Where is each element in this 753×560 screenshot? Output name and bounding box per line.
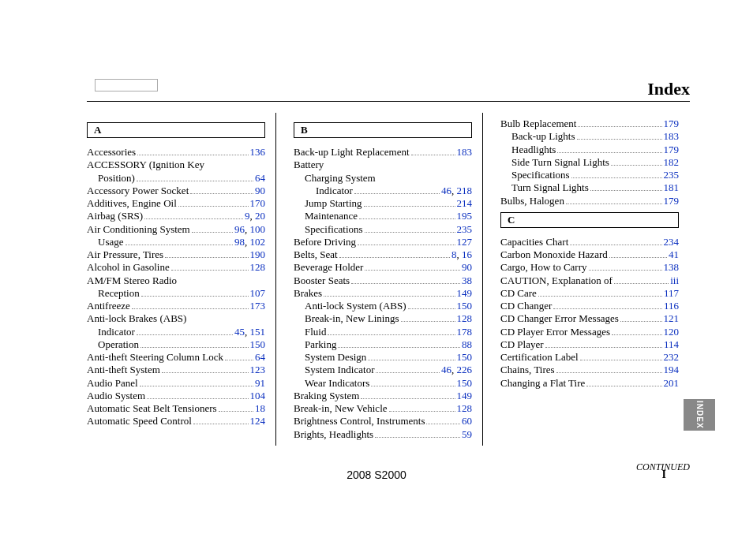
leader-dots [609,257,667,258]
page-link[interactable]: 214 [457,197,473,209]
page-link[interactable]: 150 [457,300,473,312]
leader-dots [545,347,662,348]
page-link[interactable]: 128 [457,402,473,414]
page-link[interactable]: 9 [245,210,250,222]
page-link[interactable]: 120 [664,326,680,338]
page-link[interactable]: 183 [457,146,473,158]
section-header-label: C [504,214,518,226]
index-entry: Brights, Headlights59 [294,428,472,441]
page-link[interactable]: 117 [664,287,679,299]
page-link[interactable]: 151 [250,326,266,338]
page-link[interactable]: 173 [250,300,266,312]
page-link[interactable]: 114 [664,338,679,350]
page-link[interactable]: 149 [457,390,473,401]
index-entry: CD Player114 [500,338,679,351]
page-link[interactable]: 59 [462,428,472,440]
entry-pages: 46, 218 [441,185,472,197]
page-link[interactable]: 218 [457,185,473,196]
page-link[interactable]: 90 [462,261,472,273]
entry-label: AM/FM Stereo Radio [87,274,177,287]
page-link[interactable]: 179 [664,195,680,207]
page-link[interactable]: 201 [664,377,680,389]
page-link[interactable]: 98 [234,236,245,248]
index-entry: Carbon Monoxide Hazard41 [500,248,679,261]
page-link[interactable]: 128 [457,312,473,324]
page-link[interactable]: 90 [255,185,265,196]
page-link[interactable]: 16 [462,248,472,260]
page-link[interactable]: 179 [664,144,680,155]
page-link[interactable]: 182 [664,156,680,168]
page-link[interactable]: 183 [664,130,680,142]
index-entry: Charging System [294,172,472,185]
entry-pages: 136 [250,146,266,159]
index-entry: Specifications235 [500,169,679,181]
page-link[interactable]: 60 [462,415,472,427]
page-link[interactable]: 64 [255,172,265,184]
page-link[interactable]: 8 [451,248,457,260]
index-entry: Air Conditioning System96, 100 [87,223,265,236]
page-link[interactable]: 102 [250,236,266,248]
entry-label: Jump Starting [305,197,362,210]
entry-label: CD Care [500,287,537,300]
page-link[interactable]: 46 [441,364,451,375]
leader-dots [339,257,450,258]
page-link[interactable]: 46 [441,185,451,196]
index-entry: Anti-theft System123 [87,364,265,376]
page-link[interactable]: 116 [664,300,679,312]
leader-dots [192,232,233,233]
leader-dots [171,270,249,271]
index-entry: Accessory Power Socket90 [87,185,265,197]
page-link[interactable]: 150 [457,351,473,363]
page-link[interactable]: 104 [250,390,266,401]
page-link[interactable]: 20 [255,210,265,222]
page-link[interactable]: 234 [664,236,680,248]
leader-dots [162,372,249,373]
page-link[interactable]: 190 [250,248,266,260]
page-link[interactable]: 178 [457,326,473,338]
page-link[interactable]: 18 [255,402,265,414]
page-link[interactable]: 226 [457,364,473,375]
entry-pages: 116 [664,300,679,312]
entry-label: Parking [305,338,336,351]
page-link[interactable]: 88 [462,338,472,350]
index-entry: Changing a Flat Tire201 [500,377,679,390]
index-columns: AAccessories136ACCESSORY (Ignition KeyPo… [87,118,690,441]
page-link[interactable]: 123 [250,364,266,375]
page-link[interactable]: 64 [255,351,265,363]
page-link[interactable]: 235 [457,223,473,235]
page-link[interactable]: 136 [250,146,266,158]
page-link[interactable]: 128 [250,261,266,273]
page-link[interactable]: 45 [234,326,245,338]
page-link[interactable]: 121 [664,312,680,324]
index-entry: CD Care117 [500,287,679,300]
page-link[interactable]: 179 [664,118,680,129]
page-link[interactable]: iii [670,274,679,286]
index-entry: System Design150 [294,351,472,364]
page-link[interactable]: 41 [669,248,679,260]
page-link[interactable]: 107 [250,287,266,299]
page-link[interactable]: 149 [457,287,473,299]
page-link[interactable]: 127 [457,236,473,248]
page-link[interactable]: 38 [462,274,472,286]
page-link[interactable]: 195 [457,210,473,222]
index-entry: Side Turn Signal Lights182 [500,156,679,169]
entry-label: Headlights [511,144,556,156]
page-link[interactable]: 91 [255,377,265,389]
page-link[interactable]: 181 [664,181,680,193]
page-link[interactable]: 170 [250,197,266,209]
page-link[interactable]: 138 [664,261,680,273]
page-link[interactable]: 96 [234,223,245,235]
page-link[interactable]: 235 [664,169,680,181]
page-link[interactable]: 150 [250,338,266,350]
entry-pages: 235 [664,169,680,181]
entry-pages: 104 [250,390,266,402]
page-link[interactable]: 100 [250,223,266,235]
entry-pages: 117 [664,287,679,300]
page-link[interactable]: 124 [250,415,266,427]
leader-dots [190,193,253,194]
page-link[interactable]: 150 [457,377,473,389]
entry-label: Break-in, New Linings [305,312,399,325]
entry-pages: 138 [664,261,680,274]
page-link[interactable]: 232 [664,351,680,363]
page-link[interactable]: 194 [664,364,680,375]
